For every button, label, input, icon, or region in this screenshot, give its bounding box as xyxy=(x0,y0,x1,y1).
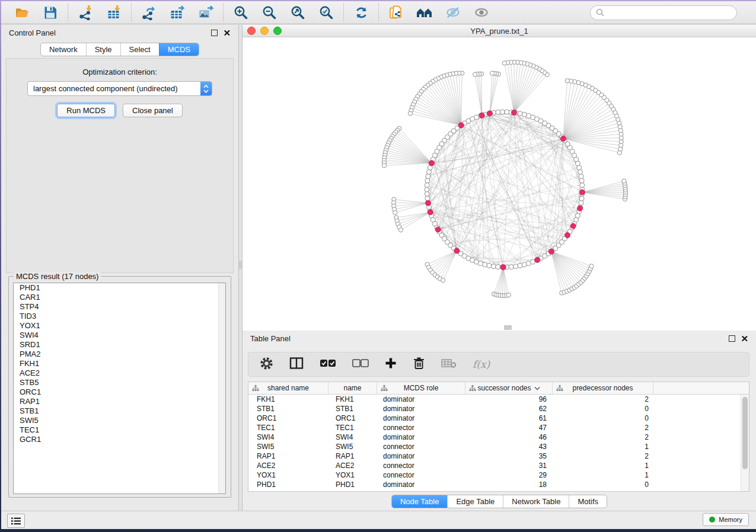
tab-network-table[interactable]: Network Table xyxy=(503,495,569,508)
memory-button[interactable]: Memory xyxy=(703,513,749,526)
mcds-result-item[interactable]: PMA2 xyxy=(14,350,225,359)
network-node[interactable] xyxy=(513,264,518,269)
mcds-result-item[interactable]: STB1 xyxy=(14,406,225,416)
network-node[interactable] xyxy=(522,112,527,117)
mcds-result-item[interactable]: RAP1 xyxy=(14,397,225,406)
network-node[interactable] xyxy=(518,111,522,116)
network-node[interactable] xyxy=(580,183,585,188)
export-image-button[interactable] xyxy=(197,5,214,20)
column-header-shared-name[interactable]: shared name xyxy=(248,382,328,394)
search-input[interactable] xyxy=(608,8,731,17)
table-row[interactable]: SWI4SWI4dominator462 xyxy=(248,432,749,442)
network-node[interactable] xyxy=(565,79,569,83)
search-field[interactable] xyxy=(590,5,737,20)
apply-layout-button[interactable] xyxy=(353,5,369,20)
mcds-hub-node[interactable] xyxy=(425,200,430,206)
export-network-button[interactable] xyxy=(141,5,157,20)
mcds-hub-node[interactable] xyxy=(487,111,493,116)
network-node[interactable] xyxy=(483,262,487,267)
network-node[interactable] xyxy=(425,187,429,192)
mcds-hub-node[interactable] xyxy=(548,249,554,254)
network-node[interactable] xyxy=(428,165,432,170)
function-builder-button[interactable]: f(x) xyxy=(473,358,490,370)
select-all-button[interactable] xyxy=(320,359,336,370)
table-row[interactable]: ACE2ACE2connector311 xyxy=(248,461,749,470)
mcds-hub-node[interactable] xyxy=(511,110,516,115)
tab-network[interactable]: Network xyxy=(41,43,86,56)
network-node[interactable] xyxy=(393,210,397,214)
mcds-result-item[interactable]: SWI5 xyxy=(14,416,225,425)
network-node[interactable] xyxy=(398,228,403,232)
network-node[interactable] xyxy=(487,263,492,268)
network-node[interactable] xyxy=(589,264,594,268)
mcds-result-item[interactable]: CAR1 xyxy=(14,293,225,302)
mcds-hub-node[interactable] xyxy=(428,210,433,215)
open-file-button[interactable] xyxy=(14,5,30,20)
network-node[interactable] xyxy=(425,183,429,188)
mcds-hub-node[interactable] xyxy=(429,161,434,166)
table-row[interactable]: YOX1YOX1connector291 xyxy=(248,470,749,480)
mcds-hub-node[interactable] xyxy=(500,264,506,270)
table-row[interactable]: SWI5SWI5connector431 xyxy=(248,442,749,451)
close-panel-icon[interactable]: ✕ xyxy=(741,334,748,343)
network-graph[interactable] xyxy=(243,37,756,331)
mcds-result-item[interactable]: PHD1 xyxy=(14,283,225,293)
mcds-result-item[interactable]: ACE2 xyxy=(14,368,225,378)
criterion-dropdown[interactable]: largest connected component (undirected) xyxy=(27,81,212,96)
table-scrollbar[interactable] xyxy=(741,395,749,491)
export-table-button[interactable] xyxy=(169,5,186,20)
network-node[interactable] xyxy=(425,191,429,196)
table-row[interactable]: FKH1FKH1dominator962 xyxy=(248,395,749,404)
mcds-hub-node[interactable] xyxy=(479,113,484,118)
float-panel-icon[interactable] xyxy=(211,30,218,36)
network-node[interactable] xyxy=(425,196,430,201)
mcds-result-list[interactable]: PHD1CAR1STP4TID3YOX1SWI4SRD1PMA2FKH1ACE2… xyxy=(13,283,226,494)
mcds-result-item[interactable]: GCR1 xyxy=(14,435,225,444)
mcds-hub-node[interactable] xyxy=(458,123,464,128)
mcds-hub-node[interactable] xyxy=(578,206,583,211)
network-node[interactable] xyxy=(491,264,496,269)
task-history-button[interactable] xyxy=(7,514,25,528)
delete-table-button[interactable] xyxy=(441,358,457,371)
close-panel-button[interactable]: Close panel xyxy=(123,104,183,117)
network-node[interactable] xyxy=(496,265,500,270)
column-header-MCDS-role[interactable]: MCDS role xyxy=(377,382,465,394)
table-row[interactable]: STB1STB1dominator620 xyxy=(248,404,749,414)
window-minimize-light[interactable] xyxy=(260,27,269,35)
network-node[interactable] xyxy=(490,71,495,75)
network-node[interactable] xyxy=(382,164,386,168)
network-node[interactable] xyxy=(505,110,509,114)
network-node[interactable] xyxy=(622,179,626,183)
delete-column-button[interactable] xyxy=(413,357,425,372)
mcds-hub-node[interactable] xyxy=(560,136,566,142)
horizontal-splitter-handle[interactable] xyxy=(504,325,512,330)
table-scrollbar-thumb[interactable] xyxy=(742,397,748,469)
zoom-out-button[interactable] xyxy=(261,5,277,20)
tab-select[interactable]: Select xyxy=(120,43,159,56)
deselect-all-button[interactable] xyxy=(352,359,369,370)
copy-network-button[interactable] xyxy=(388,5,404,20)
network-node[interactable] xyxy=(579,178,584,183)
hide-selected-button[interactable] xyxy=(445,5,461,20)
mcds-result-item[interactable]: STP4 xyxy=(14,302,225,312)
tab-style[interactable]: Style xyxy=(86,43,120,56)
mcds-hub-node[interactable] xyxy=(535,257,540,262)
network-node[interactable] xyxy=(473,72,477,76)
mcds-result-item[interactable]: TEC1 xyxy=(14,425,225,435)
zoom-in-button[interactable] xyxy=(232,5,249,20)
mcds-result-item[interactable]: YOX1 xyxy=(14,321,225,331)
tab-mcds[interactable]: MCDS xyxy=(159,43,199,56)
zoom-selected-button[interactable] xyxy=(318,5,334,20)
table-settings-button[interactable] xyxy=(260,357,273,373)
mcds-result-item[interactable]: TID3 xyxy=(14,312,225,321)
network-node[interactable] xyxy=(509,265,513,270)
network-node[interactable] xyxy=(518,263,522,268)
network-node[interactable] xyxy=(425,178,430,183)
split-columns-button[interactable] xyxy=(289,357,304,371)
network-node[interactable] xyxy=(426,174,430,179)
column-header-predecessor-nodes[interactable]: predecessor nodes xyxy=(553,382,653,394)
window-zoom-light[interactable] xyxy=(273,27,282,35)
table-row[interactable]: RAP1RAP1dominator352 xyxy=(248,451,749,461)
mcds-result-item[interactable]: FKH1 xyxy=(14,359,225,368)
network-node[interactable] xyxy=(496,110,500,114)
